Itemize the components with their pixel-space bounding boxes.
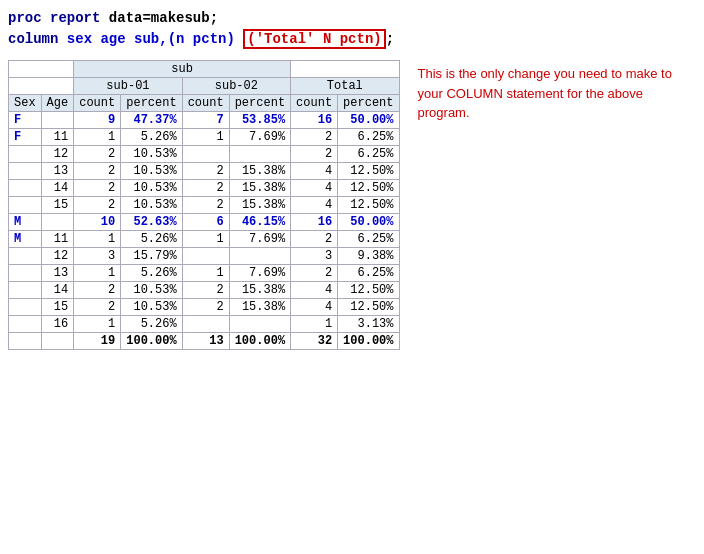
table-cell [182, 248, 229, 265]
table-cell [9, 146, 42, 163]
table-cell: 15.38% [229, 282, 290, 299]
table-row: M1052.63%646.15%1650.00% [9, 214, 400, 231]
report-table: sub sub-01 sub-02 Total Sex Age count pe… [8, 60, 400, 350]
table-cell: 10.53% [121, 197, 182, 214]
col-count-1: count [74, 95, 121, 112]
code-rest-1: data=makesub; [100, 10, 218, 26]
table-cell: 2 [291, 146, 338, 163]
sub-header: sub [74, 61, 291, 78]
note-box: This is the only change you need to make… [410, 60, 696, 127]
table-cell: 16 [291, 214, 338, 231]
table-cell: 52.63% [121, 214, 182, 231]
table-cell [9, 248, 42, 265]
table-cell: 10.53% [121, 163, 182, 180]
table-cell: 2 [74, 197, 121, 214]
table-cell: 2 [74, 299, 121, 316]
table-cell: 6.25% [338, 265, 399, 282]
empty-mid-left [9, 78, 74, 95]
table-cell: 14 [41, 180, 74, 197]
col-pct-1: percent [121, 95, 182, 112]
table-cell: 2 [74, 163, 121, 180]
table-cell: 53.85% [229, 112, 290, 129]
table-cell: 2 [182, 282, 229, 299]
table-cell [9, 265, 42, 282]
col-count-t: count [291, 95, 338, 112]
table-row: M1115.26%17.69%26.25% [9, 231, 400, 248]
table-cell: 12 [41, 248, 74, 265]
table-cell: 9 [74, 112, 121, 129]
table-cell: 12 [41, 146, 74, 163]
table-cell [182, 146, 229, 163]
table-cell: 15 [41, 197, 74, 214]
table-cell [41, 333, 74, 350]
table-cell [41, 214, 74, 231]
total-header: Total [291, 78, 399, 95]
table-cell: 32 [291, 333, 338, 350]
table-cell [9, 180, 42, 197]
table-cell [9, 282, 42, 299]
table-cell [182, 316, 229, 333]
table-cell: 1 [182, 265, 229, 282]
table-cell: 1 [74, 231, 121, 248]
code-line-2: column sex age sub,(n pctn) ('Total' N p… [8, 29, 696, 50]
table-cell [9, 299, 42, 316]
table-cell: 10.53% [121, 146, 182, 163]
table-cell: F [9, 112, 42, 129]
table-cell: 6.25% [338, 231, 399, 248]
table-cell: 13 [182, 333, 229, 350]
table-cell: 1 [182, 129, 229, 146]
table-cell: 16 [291, 112, 338, 129]
empty-top-right [291, 61, 399, 78]
col-sex: Sex [9, 95, 42, 112]
table-cell: 3 [74, 248, 121, 265]
table-cell: 1 [74, 265, 121, 282]
table-cell: 10.53% [121, 299, 182, 316]
col-age: Age [41, 95, 74, 112]
table-row: 13210.53%215.38%412.50% [9, 163, 400, 180]
table-cell: 50.00% [338, 112, 399, 129]
main-layout: sub sub-01 sub-02 Total Sex Age count pe… [8, 60, 696, 350]
table-cell: 5.26% [121, 316, 182, 333]
table-cell: 1 [74, 129, 121, 146]
empty-top-left [9, 61, 74, 78]
table-row: 14210.53%215.38%412.50% [9, 282, 400, 299]
table-cell: 15.38% [229, 163, 290, 180]
table-cell [9, 197, 42, 214]
table-cell: 10 [74, 214, 121, 231]
table-row: F1115.26%17.69%26.25% [9, 129, 400, 146]
table-cell: 4 [291, 163, 338, 180]
table-cell: 19 [74, 333, 121, 350]
table-row: 12315.79%39.38% [9, 248, 400, 265]
table-row: 14210.53%215.38%412.50% [9, 180, 400, 197]
table-cell: 100.00% [121, 333, 182, 350]
table-cell: 2 [182, 197, 229, 214]
table-cell: 4 [291, 180, 338, 197]
note-text: This is the only change you need to make… [418, 66, 672, 120]
keyword-column: column [8, 31, 58, 47]
table-cell: 15.38% [229, 180, 290, 197]
table-cell [9, 333, 42, 350]
table-cell: 3.13% [338, 316, 399, 333]
table-cell: 6 [182, 214, 229, 231]
table-cell: 1 [74, 316, 121, 333]
table-row: 15210.53%215.38%412.50% [9, 197, 400, 214]
table-row: 1615.26%13.13% [9, 316, 400, 333]
table-row: 19100.00%13100.00%32100.00% [9, 333, 400, 350]
table-cell: 12.50% [338, 180, 399, 197]
code-red-highlighted: ('Total' N pctn) [243, 29, 385, 49]
table-cell [229, 248, 290, 265]
sub02-header: sub-02 [182, 78, 290, 95]
table-cell: 1 [182, 231, 229, 248]
table-cell: 2 [74, 282, 121, 299]
table-cell: 100.00% [338, 333, 399, 350]
table-cell: 10.53% [121, 282, 182, 299]
table-row: 12210.53%26.25% [9, 146, 400, 163]
table-cell: 13 [41, 163, 74, 180]
table-cell: 11 [41, 231, 74, 248]
table-cell: 15.38% [229, 299, 290, 316]
table-cell [9, 163, 42, 180]
table-cell: 2 [291, 265, 338, 282]
table-cell: 15 [41, 299, 74, 316]
table-cell: 10.53% [121, 180, 182, 197]
table-cell: 100.00% [229, 333, 290, 350]
